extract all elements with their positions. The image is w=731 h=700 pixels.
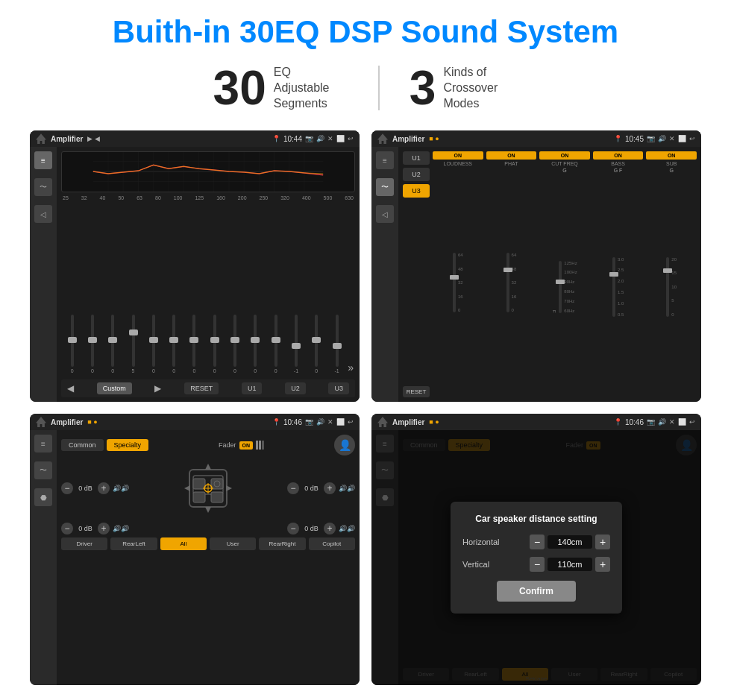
vol-icon-1[interactable]: ◁ (34, 205, 52, 223)
status-bar-3: Amplifier ■ ● 📍 10:46 📷 🔊 ✕ ⬜ ↩ (30, 414, 360, 430)
vol-icon-2[interactable]: ◁ (376, 205, 394, 223)
vol-plus-r2[interactable]: + (324, 523, 336, 535)
close-icon-4[interactable]: ✕ (669, 418, 675, 426)
preset-u3[interactable]: U3 (403, 184, 430, 198)
slider-320[interactable]: -1 (286, 315, 305, 373)
rearright-btn[interactable]: RearRight (259, 537, 305, 550)
vol-minus-1[interactable]: − (61, 482, 73, 494)
location-icon-1: 📍 (272, 135, 280, 142)
scroll-right-icon[interactable]: » (348, 362, 354, 373)
vol-plus-1[interactable]: + (98, 482, 110, 494)
slider-32[interactable]: 0 (83, 315, 101, 373)
window-icon-3[interactable]: ⬜ (336, 418, 345, 426)
back-icon-4[interactable]: ↩ (689, 418, 695, 426)
horizontal-label: Horizontal (462, 537, 500, 546)
stat1-text: EQ Adjustable Segments (274, 65, 348, 111)
vertical-minus[interactable]: − (530, 557, 545, 572)
wave-icon-2[interactable]: 〜 (376, 178, 394, 196)
close-icon-3[interactable]: ✕ (327, 418, 333, 426)
slider-25[interactable]: 0 (63, 315, 81, 373)
eq-icon-3[interactable]: ≡ (34, 435, 52, 453)
user-avatar[interactable]: 👤 (334, 435, 355, 455)
slider-63[interactable]: 0 (144, 315, 163, 373)
home-icon-2[interactable] (377, 133, 388, 144)
sub-toggle[interactable]: ON (646, 151, 697, 160)
screen-specialty: Amplifier ■ ● 📍 10:46 📷 🔊 ✕ ⬜ ↩ ≡ 〜 ⬣ (30, 414, 360, 685)
cutfreq-slider: F 125Hz 100Hz 90Hz 80Hz 70Hz 60Hz (552, 176, 577, 397)
driver-btn[interactable]: Driver (61, 537, 107, 550)
back-icon-3[interactable]: ↩ (348, 418, 354, 426)
horizontal-ctrl: − 140cm + (530, 535, 610, 549)
next-arrow[interactable]: ▶ (154, 383, 161, 394)
window-icon-1[interactable]: ⬜ (336, 135, 345, 142)
window-icon-4[interactable]: ⬜ (678, 418, 686, 426)
home-icon-3[interactable] (36, 417, 46, 427)
reset-btn-1[interactable]: RESET (184, 382, 219, 394)
all-btn[interactable]: All (160, 537, 207, 550)
back-icon-2[interactable]: ↩ (689, 135, 695, 142)
bass-toggle[interactable]: ON (593, 151, 644, 160)
preset-u1[interactable]: U1 (403, 151, 430, 165)
home-icon-1[interactable] (36, 133, 46, 144)
tab-specialty-3[interactable]: Specialty (107, 439, 149, 451)
slider-200[interactable]: 0 (246, 315, 265, 373)
stat1-number: 30 (213, 64, 266, 112)
vol-minus-r1[interactable]: − (287, 482, 299, 494)
speaker-icons-1: 🔊🔊 (113, 485, 129, 492)
camera-icon-4: 📷 (647, 418, 655, 426)
slider-50[interactable]: 5 (124, 315, 142, 373)
window-icon-2[interactable]: ⬜ (678, 135, 686, 142)
preset-u2[interactable]: U2 (403, 168, 430, 181)
vol-plus-r1[interactable]: + (324, 482, 336, 494)
location-icon-4: 📍 (614, 418, 622, 426)
u3-btn-1[interactable]: U3 (328, 382, 349, 394)
vol-plus-2[interactable]: + (98, 523, 110, 535)
crossover-main: U1 U2 U3 RESET ON LOUDNESS (398, 147, 701, 402)
play-icon-1[interactable]: ▶ ◀ (87, 135, 100, 142)
horizontal-plus[interactable]: + (595, 535, 610, 549)
copilot-btn[interactable]: Copilot (309, 537, 355, 550)
phat-toggle[interactable]: ON (486, 151, 537, 160)
fader-bars (256, 441, 264, 450)
slider-100[interactable]: 0 (185, 315, 204, 373)
horizontal-minus[interactable]: − (530, 535, 545, 549)
wave-icon-3[interactable]: 〜 (34, 461, 52, 479)
slider-250[interactable]: 0 (266, 315, 285, 373)
eq-icon-1[interactable]: ≡ (34, 151, 52, 169)
slider-400[interactable]: 0 (307, 315, 326, 373)
home-icon-4[interactable] (377, 417, 388, 427)
u2-btn-1[interactable]: U2 (285, 382, 306, 394)
slider-40[interactable]: 0 (104, 315, 122, 373)
u1-btn-1[interactable]: U1 (242, 382, 263, 394)
vol-minus-r2[interactable]: − (287, 523, 299, 535)
screen4-title: Amplifier (392, 418, 424, 426)
bottom-buttons-3: Driver RearLeft All User RearRight Copil… (61, 537, 355, 550)
slider-125[interactable]: 0 (205, 315, 224, 373)
prev-arrow[interactable]: ◀ (67, 383, 74, 394)
wave-icon-1[interactable]: 〜 (34, 178, 52, 196)
slider-160[interactable]: 0 (225, 315, 244, 373)
back-icon-1[interactable]: ↩ (348, 135, 354, 142)
camera-icon-2: 📷 (647, 135, 655, 142)
slider-80[interactable]: 0 (164, 315, 183, 373)
fader-on-badge[interactable]: ON (239, 441, 254, 450)
crossover-reset-btn[interactable]: RESET (403, 386, 430, 397)
cutfreq-toggle[interactable]: ON (539, 151, 590, 160)
slider-500[interactable]: -1 (327, 315, 346, 373)
close-icon-2[interactable]: ✕ (669, 135, 675, 142)
custom-btn[interactable]: Custom (97, 382, 132, 394)
loudness-toggle[interactable]: ON (433, 151, 483, 160)
eq-icon-2[interactable]: ≡ (376, 151, 394, 169)
close-icon-1[interactable]: ✕ (327, 135, 333, 142)
volume-icon-2: 🔊 (658, 135, 666, 142)
rearleft-btn[interactable]: RearLeft (110, 537, 157, 550)
volume-row-2: − 0 dB + 🔊🔊 − 0 dB + 🔊🔊 (61, 523, 355, 535)
vol-minus-2[interactable]: − (61, 523, 73, 535)
tab-common-3[interactable]: Common (61, 439, 104, 451)
confirm-button[interactable]: Confirm (497, 581, 576, 602)
horizontal-value: 140cm (548, 535, 592, 549)
specialty-main: Common Specialty Fader ON (57, 430, 360, 685)
vertical-plus[interactable]: + (595, 557, 610, 572)
bt-icon-3[interactable]: ⬣ (34, 488, 52, 506)
user-btn[interactable]: User (210, 537, 256, 550)
